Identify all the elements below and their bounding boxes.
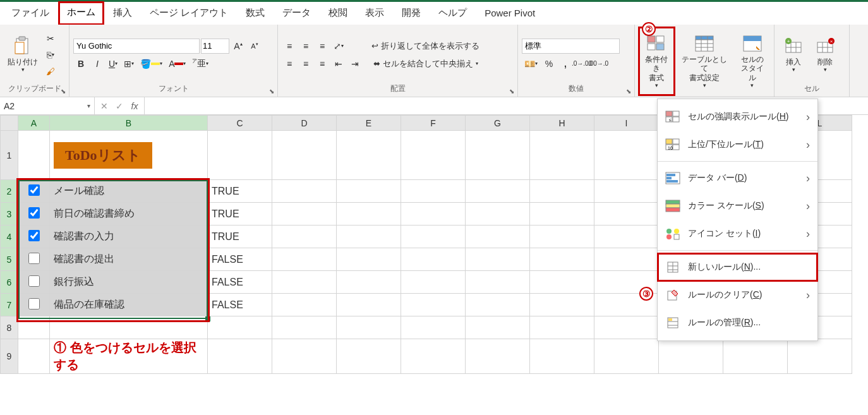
percent-button[interactable]: % xyxy=(541,56,557,71)
border-button[interactable]: ⊞▾ xyxy=(121,56,136,71)
decrease-font-button[interactable]: A▾ xyxy=(247,39,262,54)
tab-developer[interactable]: 開発 xyxy=(393,2,430,24)
menu-data-bars[interactable]: データ バー(D) › xyxy=(658,164,817,192)
cell-C4[interactable]: TRUE xyxy=(208,226,272,248)
menu-icon-sets[interactable]: アイコン セット(I) › xyxy=(658,220,817,248)
increase-indent-button[interactable]: ⇥ xyxy=(347,56,363,71)
clipboard-dialog-launcher[interactable]: ⬊ xyxy=(59,87,68,95)
cell-A4[interactable] xyxy=(18,226,50,248)
tab-power-pivot[interactable]: Power Pivot xyxy=(476,3,544,23)
col-head-C[interactable]: C xyxy=(208,116,272,131)
cell-A7[interactable] xyxy=(18,294,50,316)
checkbox-row6[interactable] xyxy=(28,275,40,287)
menu-clear-rules[interactable]: ルールのクリア(C) › xyxy=(658,281,817,309)
merge-center-button[interactable]: ⬌ セルを結合して中央揃え ▾ xyxy=(369,56,482,71)
tab-file[interactable]: ファイル xyxy=(3,2,58,24)
menu-new-rule[interactable]: 新しいルール(N)... xyxy=(658,253,817,281)
paste-button[interactable]: 貼り付け ▾ xyxy=(4,27,42,82)
fill-color-button[interactable]: 🪣▾ xyxy=(138,56,165,71)
menu-highlight-cell-rules[interactable]: ≤ セルの強調表示ルール(H) › xyxy=(658,103,817,131)
wrap-text-button[interactable]: ↩ 折り返して全体を表示する xyxy=(369,39,482,54)
tab-page-layout[interactable]: ページ レイアウト xyxy=(141,2,237,24)
row-head-3[interactable]: 3 xyxy=(1,203,18,226)
align-bottom-button[interactable]: ≡ xyxy=(315,39,330,54)
cut-button[interactable]: ✂ xyxy=(43,31,58,46)
font-name-select[interactable] xyxy=(73,39,200,54)
number-format-select[interactable] xyxy=(522,39,620,54)
checkbox-row2[interactable] xyxy=(28,184,40,196)
decrease-decimal-button[interactable]: .00→.0 xyxy=(591,56,606,71)
cell-C3[interactable]: TRUE xyxy=(208,203,272,226)
font-size-select[interactable] xyxy=(201,39,229,54)
align-top-button[interactable]: ≡ xyxy=(282,39,297,54)
menu-top-bottom-rules[interactable]: 10 上位/下位ルール(T) › xyxy=(658,131,817,159)
bold-button[interactable]: B xyxy=(73,56,88,71)
delete-cells-button[interactable]: × 削除 ▾ xyxy=(810,27,840,82)
tab-home[interactable]: ホーム xyxy=(58,1,104,25)
cell-styles-button[interactable]: セルの スタイル ▾ xyxy=(734,27,770,95)
cell-A5[interactable] xyxy=(18,248,50,271)
row-head-7[interactable]: 7 xyxy=(1,294,18,316)
cell-B4[interactable]: 確認書の入力 xyxy=(50,226,208,248)
checkbox-row7[interactable] xyxy=(28,298,40,310)
col-head-I[interactable]: I xyxy=(594,116,659,131)
conditional-formatting-button[interactable]: 条件付き 書式 ▾ xyxy=(639,27,675,95)
copy-button[interactable]: ⎘▾ xyxy=(43,47,58,63)
cell-C6[interactable]: FALSE xyxy=(208,271,272,294)
cell-B1[interactable]: ToDoリスト xyxy=(50,131,208,180)
row-head-4[interactable]: 4 xyxy=(1,226,18,248)
menu-manage-rules[interactable]: ルールの管理(R)... xyxy=(658,309,817,337)
cell-B3[interactable]: 前日の確認書締め xyxy=(50,203,208,226)
italic-button[interactable]: I xyxy=(90,56,105,71)
cell-C1[interactable] xyxy=(208,131,272,180)
font-dialog-launcher[interactable]: ⬊ xyxy=(267,87,276,95)
insert-cells-button[interactable]: + 挿入 ▾ xyxy=(778,27,809,82)
accounting-format-button[interactable]: 💴▾ xyxy=(522,56,540,71)
cell-B2[interactable]: メール確認 xyxy=(50,180,208,203)
decrease-indent-button[interactable]: ⇤ xyxy=(331,56,346,71)
tab-insert[interactable]: 挿入 xyxy=(104,2,141,24)
orientation-button[interactable]: ⤢▾ xyxy=(331,39,346,54)
name-box[interactable]: A2 ▾ xyxy=(0,97,95,114)
underline-button[interactable]: U▾ xyxy=(106,56,120,71)
cell-A3[interactable] xyxy=(18,203,50,226)
cell-C7[interactable]: FALSE xyxy=(208,294,272,316)
increase-font-button[interactable]: A▴ xyxy=(231,39,246,54)
selection-fill-handle[interactable] xyxy=(205,316,210,322)
cancel-formula-button[interactable]: ✕ xyxy=(97,99,111,113)
increase-decimal-button[interactable]: .0→.00 xyxy=(574,56,589,71)
col-head-E[interactable]: E xyxy=(337,116,401,131)
format-as-table-button[interactable]: テーブルとして 書式設定 ▾ xyxy=(676,27,733,95)
col-head-D[interactable]: D xyxy=(272,116,337,131)
align-right-button[interactable]: ≡ xyxy=(315,56,330,71)
insert-function-button[interactable]: fx xyxy=(128,99,142,113)
row-head-9[interactable]: 9 xyxy=(1,339,18,374)
col-head-H[interactable]: H xyxy=(530,116,594,131)
cell-C5[interactable]: FALSE xyxy=(208,248,272,271)
tab-review[interactable]: 校閲 xyxy=(320,2,356,24)
select-all-corner[interactable] xyxy=(1,116,18,131)
checkbox-row4[interactable] xyxy=(28,230,40,241)
align-middle-button[interactable]: ≡ xyxy=(298,39,313,54)
checkbox-row5[interactable] xyxy=(28,253,40,264)
format-painter-button[interactable]: 🖌 xyxy=(43,64,58,79)
font-color-button[interactable]: A▾ xyxy=(166,56,188,71)
col-head-G[interactable]: G xyxy=(466,116,530,131)
cell-A1[interactable] xyxy=(18,131,50,180)
cell-B5[interactable]: 確認書の提出 xyxy=(50,248,208,271)
alignment-dialog-launcher[interactable]: ⬊ xyxy=(507,87,516,95)
comma-button[interactable]: , xyxy=(558,56,573,71)
row-head-6[interactable]: 6 xyxy=(1,271,18,294)
col-head-B[interactable]: B xyxy=(50,116,208,131)
row-head-2[interactable]: 2 xyxy=(1,180,18,203)
col-head-F[interactable]: F xyxy=(401,116,466,131)
cell-C2[interactable]: TRUE xyxy=(208,180,272,203)
row-head-5[interactable]: 5 xyxy=(1,248,18,271)
tab-data[interactable]: データ xyxy=(274,2,320,24)
enter-formula-button[interactable]: ✓ xyxy=(112,99,126,113)
align-center-button[interactable]: ≡ xyxy=(298,56,313,71)
row-head-1[interactable]: 1 xyxy=(1,131,18,180)
align-left-button[interactable]: ≡ xyxy=(282,56,297,71)
checkbox-row3[interactable] xyxy=(28,207,40,219)
number-dialog-launcher[interactable]: ⬊ xyxy=(624,87,633,95)
